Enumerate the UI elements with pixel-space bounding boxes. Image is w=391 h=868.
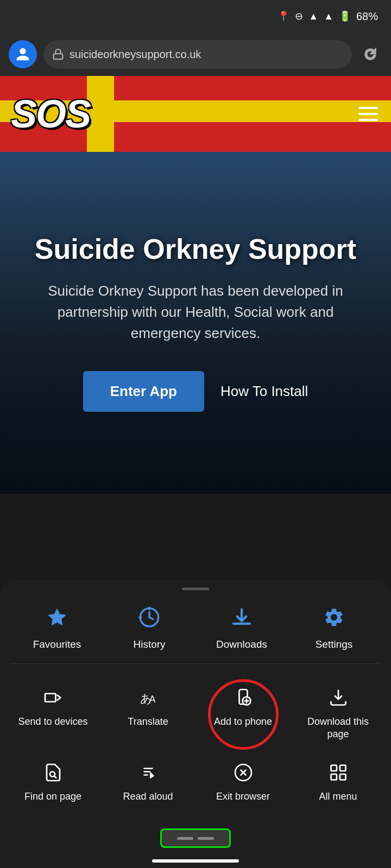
nav-indicator[interactable] — [160, 828, 231, 848]
translate-label: Translate — [128, 716, 168, 728]
quick-action-downloads[interactable]: Downloads — [215, 607, 269, 650]
download-page-label: Download this page — [296, 716, 380, 741]
history-label: History — [133, 639, 165, 650]
find-on-page-label: Find on page — [24, 790, 81, 803]
battery-icon: 🔋 — [339, 10, 351, 22]
url-bar[interactable]: suicideorkneysupport.co.uk — [43, 40, 352, 68]
signal-icon: ▲ — [324, 11, 333, 22]
hero-description: Suicide Orkney Support has been develope… — [22, 280, 369, 344]
enter-app-button[interactable]: Enter App — [83, 371, 204, 412]
settings-label: Settings — [316, 639, 353, 650]
add-to-phone-icon — [234, 688, 253, 710]
profile-avatar[interactable] — [9, 40, 37, 68]
quick-action-history[interactable]: History — [122, 607, 176, 650]
svg-rect-12 — [340, 774, 346, 780]
dnd-icon: ⊖ — [295, 10, 303, 22]
wifi-icon: ▲ — [308, 11, 318, 22]
menu-item-all-menu[interactable]: All menu — [291, 752, 386, 814]
location-icon: 📍 — [278, 10, 289, 22]
svg-rect-11 — [331, 774, 337, 780]
home-indicator — [152, 859, 239, 863]
menu-item-read-aloud[interactable]: Read aloud — [100, 752, 195, 814]
reload-icon — [363, 47, 378, 62]
translate-icon: あ A — [138, 688, 158, 710]
all-menu-icon — [329, 763, 348, 785]
status-bar: 📍 ⊖ ▲ ▲ 🔋 68% — [0, 0, 391, 33]
exit-browser-label: Exit browser — [216, 790, 270, 803]
download-page-icon — [329, 688, 348, 710]
quick-actions-row: Favourites History Downloads — [0, 601, 391, 663]
hero-section: Suicide Orkney Support Suicide Orkney Su… — [0, 152, 391, 494]
address-bar: suicideorkneysupport.co.uk — [0, 33, 391, 76]
history-icon — [138, 607, 160, 633]
lock-icon — [52, 48, 64, 60]
find-on-page-icon — [43, 763, 63, 785]
send-to-devices-label: Send to devices — [18, 716, 87, 728]
star-icon — [46, 607, 68, 633]
svg-text:A: A — [149, 694, 155, 705]
site-logo: SOS — [11, 92, 90, 136]
send-to-devices-icon — [43, 688, 63, 710]
site-header: SOS — [0, 76, 391, 152]
bottom-sheet: Favourites History Downloads — [0, 580, 391, 868]
hero-buttons: Enter App How To Install — [83, 371, 308, 412]
add-to-phone-label: Add to phone — [214, 716, 272, 728]
all-menu-label: All menu — [319, 790, 357, 803]
read-aloud-label: Read aloud — [123, 790, 173, 803]
menu-item-exit-browser[interactable]: Exit browser — [195, 752, 291, 814]
menu-grid-row1: Send to devices あ A Translate Add to pho… — [0, 677, 391, 752]
menu-grid-row2: Find on page Read aloud Exit browser — [0, 752, 391, 814]
divider — [11, 663, 380, 664]
menu-item-download-page[interactable]: Download this page — [291, 677, 386, 752]
svg-rect-10 — [340, 765, 346, 771]
menu-item-find-on-page[interactable]: Find on page — [5, 752, 100, 814]
menu-item-translate[interactable]: あ A Translate — [100, 677, 195, 752]
person-icon — [15, 47, 30, 62]
svg-rect-0 — [54, 54, 63, 59]
quick-action-settings[interactable]: Settings — [307, 607, 361, 650]
hamburger-menu[interactable] — [358, 107, 378, 121]
read-aloud-icon — [138, 763, 158, 785]
exit-browser-icon — [234, 763, 253, 785]
svg-rect-2 — [45, 693, 56, 701]
battery-percent: 68% — [356, 10, 378, 23]
url-text: suicideorkneysupport.co.uk — [70, 48, 201, 61]
menu-item-add-to-phone[interactable]: Add to phone — [195, 677, 291, 752]
settings-icon — [323, 607, 345, 633]
reload-button[interactable] — [358, 42, 382, 66]
menu-item-send-to-devices[interactable]: Send to devices — [5, 677, 100, 752]
downloads-label: Downloads — [216, 639, 267, 650]
svg-rect-9 — [331, 765, 337, 771]
quick-action-favourites[interactable]: Favourites — [30, 607, 84, 650]
downloads-icon — [231, 607, 253, 633]
favourites-label: Favourites — [33, 639, 81, 650]
hero-title: Suicide Orkney Support — [35, 234, 356, 265]
sheet-handle — [182, 588, 209, 590]
how-to-install-link[interactable]: How To Install — [220, 383, 308, 400]
